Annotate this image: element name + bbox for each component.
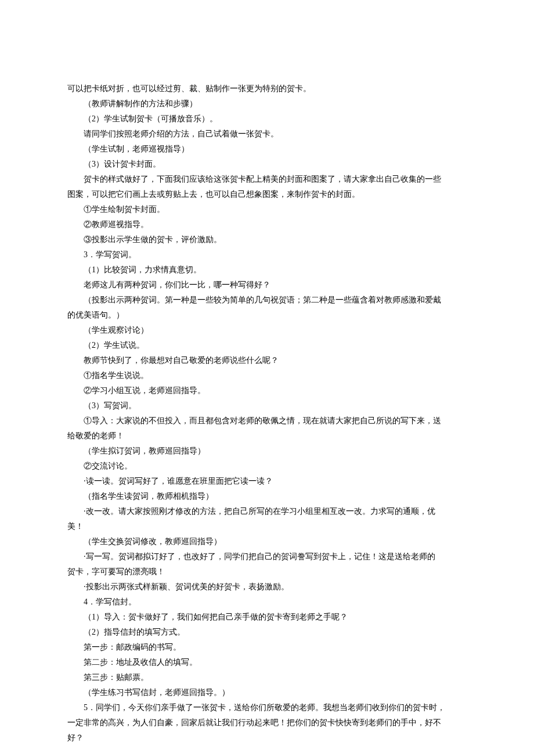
text-line: （指名学生读贺词，教师相机指导） [67, 489, 467, 504]
text-line: （1）比较贺词，力求情真意切。 [67, 262, 467, 278]
text-line: （学生交换贺词修改，教师巡回指导） [67, 534, 467, 549]
text-line: 4．学写信封。 [67, 595, 467, 610]
text-line: （1）导入：贺卡做好了，我们如何把自己亲手做的贺卡寄到老师之手呢？ [67, 610, 467, 625]
text-line: （学生练习书写信封，老师巡回指导。） [67, 685, 467, 700]
text-line: （2）学生试制贺卡（可播放音乐）。 [67, 111, 467, 127]
text-line: 请同学们按照老师介绍的方法，自己试着做一张贺卡。 [67, 127, 467, 142]
text-line: （2）指导信封的填写方式。 [67, 625, 467, 640]
text-line: 给敬爱的老师！ [67, 429, 467, 444]
text-body: 可以把卡纸对折，也可以经过剪、裁、贴制作一张更为特别的贺卡。（教师讲解制作的方法… [67, 81, 467, 746]
text-line: 5．同学们，今天你们亲手做了一张贺卡，送给你们所敬爱的老师。我想当老师们收到你们… [67, 700, 467, 715]
text-line: ①导入：大家说的不但投入，而且都包含对老师的敬佩之情，现在就请大家把自己所说的写… [67, 413, 467, 429]
text-line: （3）设计贺卡封面。 [67, 157, 467, 172]
text-line: （投影出示两种贺词。第一种是一些较为简单的几句祝贺语；第二种是一些蕴含着对教师感… [67, 293, 467, 308]
text-line: 第三步：贴邮票。 [67, 670, 467, 685]
text-line: 老师这儿有两种贺词，你们比一比，哪一种写得好？ [67, 278, 467, 293]
text-line: ·改一改。请大家按照刚才修改的方法，把自己所写的在学习小组里相互改一改。力求写的… [67, 504, 467, 519]
text-line: 贺卡，字可要写的漂亮哦！ [67, 564, 467, 579]
text-line: ②学习小组互说，老师巡回指导。 [67, 383, 467, 398]
text-line: 3．学写贺词。 [67, 247, 467, 262]
text-line: ·写一写。贺词都拟订好了，也改好了，同学们把自己的贺词誊写到贺卡上，记住！这是送… [67, 549, 467, 564]
text-line: ·投影出示两张式样新颖、贺词优美的好贺卡，表扬激励。 [67, 579, 467, 595]
text-line: （学生观察讨论） [67, 323, 467, 338]
text-line: 美！ [67, 519, 467, 534]
text-line: ③投影出示学生做的贺卡，评价激励。 [67, 232, 467, 247]
text-line: ②交流讨论。 [67, 459, 467, 474]
text-line: ②教师巡视指导。 [67, 217, 467, 232]
text-line: 贺卡的样式做好了，下面我们应该给这张贺卡配上精美的封面和图案了，请大家拿出自己收… [67, 172, 467, 187]
text-line: 教师节快到了，你最想对自己敬爱的老师说些什么呢？ [67, 353, 467, 368]
document-page: 可以把卡纸对折，也可以经过剪、裁、贴制作一张更为特别的贺卡。（教师讲解制作的方法… [0, 0, 534, 756]
text-line: （教师讲解制作的方法和步骤） [67, 96, 467, 111]
text-line: （学生拟订贺词，教师巡回指导） [67, 444, 467, 459]
text-line: ·读一读。贺词写好了，谁愿意在班里面把它读一读？ [67, 474, 467, 489]
text-line: （2）学生试说。 [67, 338, 467, 353]
text-line: 的优美语句。） [67, 308, 467, 323]
text-line: （学生试制，老师巡视指导） [67, 142, 467, 157]
text-line: 第二步：地址及收信人的填写。 [67, 655, 467, 670]
text-line: 图案，可以把它们画上去或剪贴上去，也可以自己想象图案，来制作贺卡的封面。 [67, 187, 467, 202]
text-line: ①指名学生说说。 [67, 368, 467, 383]
text-line: （3）写贺词。 [67, 398, 467, 413]
text-line: 可以把卡纸对折，也可以经过剪、裁、贴制作一张更为特别的贺卡。 [67, 81, 467, 96]
text-line: 好？ [67, 730, 467, 746]
text-line: 第一步：邮政编码的书写。 [67, 640, 467, 655]
text-line: 一定非常的高兴，为人们自豪，回家后就让我们行动起来吧！把你们的贺卡快快寄到老师们… [67, 715, 467, 730]
text-line: ①学生绘制贺卡封面。 [67, 202, 467, 217]
